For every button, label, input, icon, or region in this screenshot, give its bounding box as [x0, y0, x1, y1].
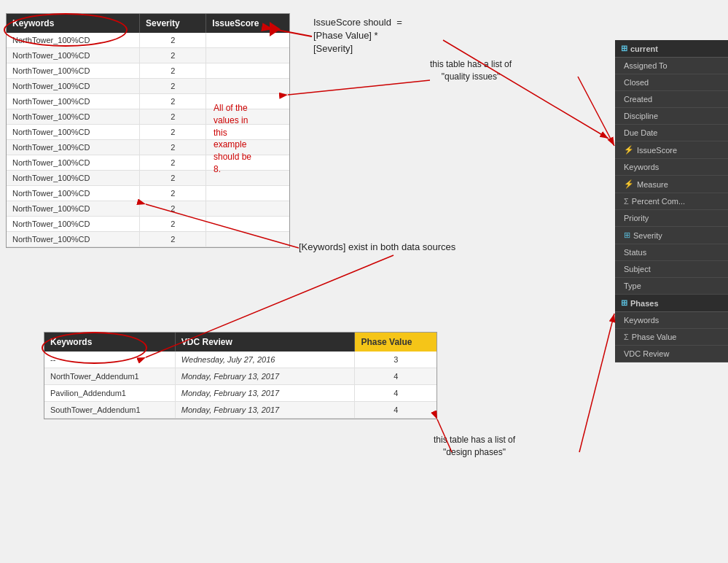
panel-item-assigned-to[interactable]: Assigned To	[615, 58, 728, 74]
due-date-label: Due Date	[624, 128, 657, 137]
panel-item-priority[interactable]: Priority	[615, 210, 728, 227]
section-current[interactable]: ⊞ current	[615, 40, 728, 58]
bottom-table: Keywords VDC Review Phase Value -- Wedne…	[44, 332, 437, 419]
subject-label: Subject	[624, 265, 651, 273]
vdc-review-label: VDC Review	[624, 349, 669, 358]
top-table-issuescore-header: IssueScore	[206, 14, 289, 33]
svg-line-8	[443, 40, 608, 139]
priority-label: Priority	[624, 214, 649, 222]
type-label: Type	[624, 282, 641, 290]
section-phases[interactable]: ⊞ Phases	[615, 295, 728, 312]
percent-com-label: Percent Com...	[632, 197, 685, 206]
top-cell-keywords: NorthTower_100%CD	[7, 125, 140, 140]
top-cell-severity: 2	[140, 79, 206, 94]
assigned-to-label: Assigned To	[624, 61, 668, 70]
top-cell-keywords: NorthTower_100%CD	[7, 201, 140, 217]
bottom-cell-keywords: NorthTower_Addendum1	[44, 368, 175, 385]
warning-icon-issuescore: ⚡	[624, 145, 634, 155]
top-cell-severity: 2	[140, 201, 206, 217]
panel-item-due-date[interactable]: Due Date	[615, 125, 728, 141]
panel-item-keywords[interactable]: Keywords	[615, 159, 728, 176]
top-cell-severity: 2	[140, 94, 206, 109]
svg-line-3	[578, 77, 614, 146]
top-cell-issuescore	[206, 201, 289, 217]
bottom-cell-keywords: --	[44, 352, 175, 368]
bottom-table-vdcreview-header: VDC Review	[175, 333, 355, 352]
top-cell-severity: 2	[140, 217, 206, 232]
panel-item-discipline[interactable]: Discipline	[615, 108, 728, 125]
top-cell-keywords: NorthTower_100%CD	[7, 79, 140, 94]
panel-item-status[interactable]: Status	[615, 244, 728, 261]
bottom-table-keywords-header: Keywords	[44, 333, 175, 352]
bottom-table-row: Pavilion_Addendum1 Monday, February 13, …	[44, 385, 437, 402]
top-cell-severity: 2	[140, 232, 206, 247]
top-cell-severity: 2	[140, 109, 206, 125]
top-table-row: NorthTower_100%CD 2	[7, 217, 289, 232]
annotation-issuescore-formula: IssueScore should = [Phase Value] * [Sev…	[313, 16, 402, 56]
panel-item-phase-value[interactable]: Σ Phase Value	[615, 329, 728, 346]
bottom-cell-phasevalue: 4	[355, 402, 437, 419]
top-cell-issuescore	[206, 63, 289, 79]
annotation-all-of-the: All of the values in this example should…	[214, 102, 251, 176]
closed-label: Closed	[624, 78, 649, 87]
svg-line-7	[579, 314, 614, 452]
top-cell-issuescore	[206, 232, 289, 247]
top-cell-issuescore	[206, 79, 289, 94]
panel-item-vdc-review[interactable]: VDC Review	[615, 346, 728, 362]
top-cell-severity: 2	[140, 125, 206, 140]
top-table-row: NorthTower_100%CD 2	[7, 48, 289, 63]
bottom-cell-vdcreview: Monday, February 13, 2017	[175, 385, 355, 402]
panel-item-type[interactable]: Type	[615, 278, 728, 295]
top-cell-issuescore	[206, 48, 289, 63]
annotation-design-phases: this table has a list of "design phases"	[434, 434, 515, 459]
status-label: Status	[624, 248, 646, 257]
top-cell-issuescore	[206, 186, 289, 201]
top-cell-severity: 2	[140, 155, 206, 171]
severity-label: Severity	[633, 231, 662, 240]
top-cell-keywords: NorthTower_100%CD	[7, 48, 140, 63]
section-current-label: current	[630, 44, 658, 53]
bottom-cell-phasevalue: 3	[355, 352, 437, 368]
table-icon-phases: ⊞	[621, 298, 627, 308]
panel-item-issuescore[interactable]: ⚡ IssueScore	[615, 141, 728, 159]
top-table-severity-header: Severity	[140, 14, 206, 33]
top-cell-keywords: NorthTower_100%CD	[7, 33, 140, 48]
top-table-row: NorthTower_100%CD 2	[7, 63, 289, 79]
top-cell-severity: 2	[140, 186, 206, 201]
svg-line-4	[288, 80, 430, 95]
panel-item-created[interactable]: Created	[615, 91, 728, 108]
top-cell-severity: 2	[140, 33, 206, 48]
sigma-icon-percent: Σ	[624, 197, 629, 206]
top-cell-keywords: NorthTower_100%CD	[7, 217, 140, 232]
top-cell-severity: 2	[140, 63, 206, 79]
top-cell-issuescore	[206, 217, 289, 232]
bottom-cell-phasevalue: 4	[355, 385, 437, 402]
bottom-cell-keywords: Pavilion_Addendum1	[44, 385, 175, 402]
bottom-table-row: -- Wednesday, July 27, 2016 3	[44, 352, 437, 368]
top-table-row: NorthTower_100%CD 2	[7, 201, 289, 217]
annotation-keywords-exist: [Keywords] exist in both data sources	[299, 241, 455, 254]
panel-item-measure[interactable]: ⚡ Measure	[615, 176, 728, 193]
top-cell-keywords: NorthTower_100%CD	[7, 232, 140, 247]
table-icon: ⊞	[621, 44, 627, 53]
right-panel: ⊞ current Assigned To Closed Created Dis…	[615, 40, 728, 362]
measure-label: Measure	[637, 180, 668, 189]
section-phases-label: Phases	[630, 299, 659, 308]
annotation-quality-issues: this table has a list of "quality issues…	[430, 58, 512, 83]
top-cell-severity: 2	[140, 48, 206, 63]
bottom-table-phasevalue-header: Phase Value	[355, 333, 437, 352]
panel-item-severity[interactable]: ⊞ Severity	[615, 227, 728, 244]
panel-item-subject[interactable]: Subject	[615, 261, 728, 278]
top-cell-keywords: NorthTower_100%CD	[7, 140, 140, 155]
panel-item-percent-com[interactable]: Σ Percent Com...	[615, 193, 728, 210]
bottom-cell-vdcreview: Monday, February 13, 2017	[175, 368, 355, 385]
panel-item-closed[interactable]: Closed	[615, 74, 728, 91]
top-cell-severity: 2	[140, 171, 206, 186]
bottom-cell-vdcreview: Wednesday, July 27, 2016	[175, 352, 355, 368]
bottom-cell-keywords: SouthTower_Addendum1	[44, 402, 175, 419]
panel-item-phases-keywords[interactable]: Keywords	[615, 312, 728, 329]
bottom-cell-vdcreview: Monday, February 13, 2017	[175, 402, 355, 419]
top-cell-severity: 2	[140, 140, 206, 155]
warning-icon-measure: ⚡	[624, 179, 634, 189]
phase-value-label: Phase Value	[632, 333, 677, 341]
